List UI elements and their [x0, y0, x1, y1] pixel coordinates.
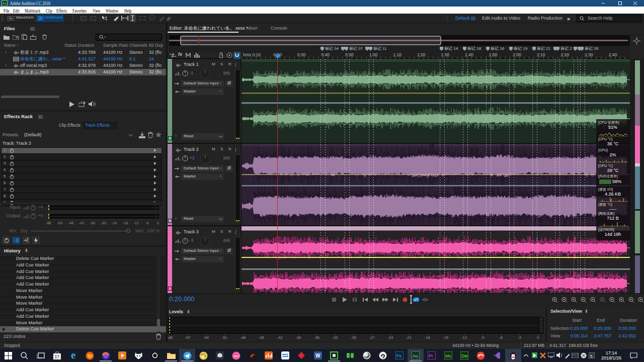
svg-text:Mu: Mu [445, 353, 451, 358]
svg-text:Ps: Ps [396, 353, 401, 358]
svg-text:Au: Au [413, 353, 418, 358]
svg-text:Dw: Dw [461, 353, 468, 358]
svg-text:Pr: Pr [429, 353, 433, 358]
svg-text:osu!: osu! [233, 354, 239, 357]
svg-text:5: 5 [590, 354, 593, 358]
svg-text:W: W [315, 353, 320, 358]
